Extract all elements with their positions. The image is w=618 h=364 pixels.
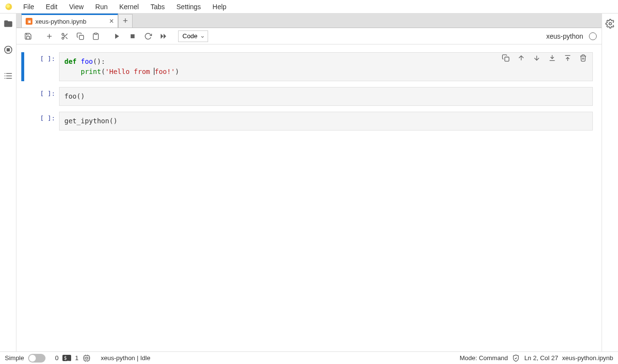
- cell-collapser[interactable]: [21, 112, 24, 131]
- kernel-status-indicator[interactable]: [589, 32, 597, 40]
- menu-help[interactable]: Help: [207, 1, 232, 13]
- svg-point-8: [62, 33, 64, 35]
- cell-input[interactable]: foo(): [59, 87, 593, 106]
- cell-prompt: [ ]:: [25, 112, 59, 131]
- insert-below-icon[interactable]: [563, 53, 573, 63]
- kernels-count: 1: [75, 354, 78, 362]
- delete-icon[interactable]: [578, 53, 588, 63]
- trusted-icon[interactable]: [512, 354, 520, 363]
- menu-bar: File Edit View Run Kernel Tabs Settings …: [0, 0, 618, 14]
- run-button[interactable]: [110, 29, 124, 43]
- menu-file[interactable]: File: [17, 1, 40, 13]
- add-tab-button[interactable]: +: [118, 14, 133, 28]
- code-cell[interactable]: [ ]:def foo(): print('Hello from foo!'): [21, 52, 593, 81]
- move-down-icon[interactable]: [532, 53, 542, 63]
- cell-input[interactable]: get_ipython(): [59, 112, 593, 131]
- right-sidebar: [602, 14, 618, 351]
- tab-bar: ▣ xeus-python.ipynb × +: [16, 14, 602, 28]
- folder-icon[interactable]: [2, 17, 15, 30]
- stop-button[interactable]: [126, 29, 139, 43]
- running-icon[interactable]: [2, 44, 15, 56]
- save-button[interactable]: [21, 29, 35, 43]
- svg-rect-19: [505, 57, 509, 61]
- kernel-name-label[interactable]: xeus-python: [546, 32, 583, 40]
- svg-rect-28: [86, 357, 88, 359]
- svg-point-1: [6, 4, 10, 8]
- code-cell[interactable]: [ ]:get_ipython(): [21, 112, 593, 131]
- cut-button[interactable]: [58, 29, 72, 43]
- notebook-body[interactable]: [ ]:def foo(): print('Hello from foo!')[…: [16, 44, 602, 351]
- cell-toolbar: [501, 53, 588, 63]
- code-cell[interactable]: [ ]:foo(): [21, 87, 593, 106]
- duplicate-icon[interactable]: [501, 53, 511, 63]
- main-area: ▣ xeus-python.ipynb × +: [0, 14, 618, 351]
- add-cell-button[interactable]: [43, 29, 56, 43]
- svg-marker-15: [115, 33, 119, 39]
- close-icon[interactable]: ×: [109, 17, 114, 25]
- svg-point-26: [609, 23, 611, 25]
- kernel-status-text[interactable]: xeus-python | Idle: [101, 354, 150, 362]
- svg-marker-18: [164, 33, 166, 39]
- svg-point-9: [62, 37, 64, 39]
- cell-collapser[interactable]: [21, 87, 24, 106]
- jupyter-logo[interactable]: [4, 2, 14, 12]
- paste-button[interactable]: [89, 29, 103, 43]
- svg-marker-17: [161, 33, 163, 39]
- terminals-count: 0: [55, 354, 59, 362]
- cell-type-select[interactable]: Code: [178, 30, 208, 42]
- cursor-position[interactable]: Ln 2, Col 27: [524, 354, 558, 362]
- insert-above-icon[interactable]: [547, 53, 557, 63]
- menu-view[interactable]: View: [63, 1, 90, 13]
- menu-tabs[interactable]: Tabs: [145, 1, 171, 13]
- mode-text: Mode: Command: [460, 354, 508, 362]
- svg-rect-16: [131, 34, 135, 38]
- svg-line-12: [63, 35, 65, 36]
- notebook-icon: ▣: [26, 18, 32, 25]
- move-up-icon[interactable]: [516, 53, 526, 63]
- kernel-sessions-icon[interactable]: [82, 354, 91, 363]
- status-bar: Simple 0 $_ 1 xeus-python | Idle Mode: C…: [0, 351, 618, 364]
- svg-line-11: [66, 37, 68, 39]
- svg-rect-3: [7, 49, 9, 51]
- filename-status[interactable]: xeus-python.ipynb: [562, 354, 613, 362]
- cell-prompt: [ ]:: [25, 87, 59, 106]
- svg-text:▣: ▣: [28, 19, 31, 24]
- copy-button[interactable]: [74, 29, 87, 43]
- notebook-toolbar: Code xeus-python: [16, 28, 602, 44]
- simple-mode-toggle[interactable]: [28, 354, 45, 363]
- menu-kernel[interactable]: Kernel: [113, 1, 144, 13]
- cell-collapser[interactable]: [21, 52, 24, 81]
- menu-settings[interactable]: Settings: [171, 1, 207, 13]
- svg-rect-14: [94, 33, 97, 34]
- svg-rect-13: [79, 35, 84, 40]
- menu-edit[interactable]: Edit: [40, 1, 63, 13]
- svg-rect-27: [84, 355, 90, 361]
- cell-prompt: [ ]:: [25, 52, 59, 81]
- simple-mode-label: Simple: [5, 354, 24, 362]
- menu-run[interactable]: Run: [90, 1, 114, 13]
- restart-button[interactable]: [141, 29, 155, 43]
- content-area: ▣ xeus-python.ipynb × +: [16, 14, 602, 351]
- property-inspector-icon[interactable]: [604, 17, 617, 30]
- left-sidebar: [0, 14, 16, 351]
- run-all-button[interactable]: [157, 29, 170, 43]
- toc-icon[interactable]: [2, 70, 15, 82]
- terminal-icon[interactable]: $_: [62, 355, 71, 361]
- tab-title: xeus-python.ipynb: [35, 18, 87, 25]
- tab-notebook[interactable]: ▣ xeus-python.ipynb ×: [21, 14, 118, 28]
